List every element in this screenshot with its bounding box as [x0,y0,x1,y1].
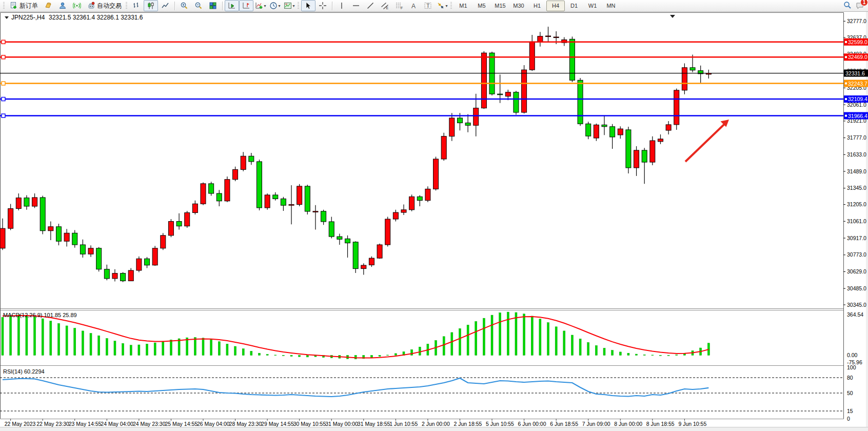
macd-histogram-bar [547,323,549,356]
timeframe-M5[interactable]: M5 [472,1,491,11]
macd-histogram-bar [186,338,188,355]
time-axis-label: 31 May 00:00 [325,421,358,427]
candle-down [281,199,286,205]
price-tag-marker [845,82,847,85]
y-axis-tick-label: 30345.0 [847,302,866,308]
candlestick-chart-button[interactable] [144,0,158,11]
macd-axis-label: 364.54 [847,311,863,318]
candle-down [514,92,519,112]
signals-button[interactable] [70,0,84,11]
text-tool-button[interactable]: A [406,0,421,11]
line-drag-handle[interactable] [2,114,5,117]
timeframe-M1[interactable]: M1 [454,1,472,11]
time-axis-label: 8 Jun 18:55 [646,421,675,427]
toolbar-grip[interactable] [450,2,452,10]
horizontal-line-tool-button[interactable] [349,0,363,11]
zoom-in-button[interactable] [177,0,191,11]
equidistant-channel-tool-button[interactable]: E [378,0,392,11]
timeframe-D1[interactable]: D1 [565,1,583,11]
candle-down [353,242,358,269]
cursor-button[interactable] [301,0,315,11]
macd-histogram-bar [555,327,557,356]
line-drag-handle[interactable] [2,82,5,85]
text-label-tool-button[interactable]: T [421,0,435,11]
arrows-tool-button[interactable]: ▾ [435,0,449,11]
zoom-out-button[interactable] [191,0,206,11]
indicators-button[interactable]: ▾ [253,0,268,11]
price-tag-marker [845,41,847,43]
candle-up [88,248,93,254]
periods-button[interactable]: ▾ [268,0,282,11]
timeframe-M30[interactable]: M30 [509,1,528,11]
macd-histogram-bar [579,339,581,355]
candle-up [168,222,173,236]
price-tag-label: 32599.0 [848,39,867,45]
notifications-button[interactable]: 1 [856,1,865,10]
dropdown-arrow-icon: ▾ [264,4,266,8]
macd-histogram-bar [611,350,614,356]
candlestick-chart-icon [147,2,155,10]
macd-histogram-bar [379,355,381,356]
timeframe-M15[interactable]: M15 [491,1,509,11]
auto-trading-button[interactable]: 自动交易 [84,0,125,11]
timeframe-H4[interactable]: H4 [546,1,565,11]
line-drag-handle[interactable] [2,40,5,44]
time-axis-label: 2 Jun 18:55 [453,421,482,427]
line-drag-handle[interactable] [2,97,5,101]
candle-up [522,70,527,112]
candle-down [80,245,85,254]
community-button[interactable] [55,0,70,11]
candle-up [201,184,206,204]
candle-up [289,205,294,206]
tile-windows-button[interactable] [206,0,220,11]
auto-scroll-button[interactable] [225,0,239,11]
fibonacci-tool-button[interactable]: F [392,0,406,11]
toolbar-grip[interactable] [3,2,5,10]
chart-ohlc-values: 32321.5 32361.4 32286.1 32331.6 [49,14,143,21]
trading-platform-window: 新订单 [0,0,868,431]
history-center-button[interactable] [41,0,55,11]
candle-up [634,150,639,168]
new-order-button[interactable]: 新订单 [7,0,41,11]
price-tag-marker [845,114,847,117]
candle-up [393,212,398,219]
timeframe-W1[interactable]: W1 [583,1,602,11]
macd-histogram-bar [218,342,220,356]
timeframe-H1[interactable]: H1 [528,1,546,11]
cursor-arrow-icon [304,2,312,10]
search-icon[interactable] [843,1,852,9]
macd-histogram-bar [282,355,284,356]
rsi-axis-label: 0 [847,416,850,422]
vertical-line-tool-button[interactable] [334,0,349,11]
crosshair-button[interactable] [315,0,330,11]
candle-up [297,186,302,205]
timeframe-MN[interactable]: MN [602,1,620,11]
toolbar-grip[interactable] [298,2,299,10]
rsi-axis-label: 50 [847,390,853,396]
macd-histogram-bar [82,331,84,355]
y-axis-tick-label: 31777.0 [847,134,866,141]
line-chart-button[interactable] [158,0,172,11]
macd-histogram-bar [250,351,252,355]
bar-chart-icon [132,2,141,10]
candle-up [377,245,382,258]
macd-histogram-bar [499,312,501,355]
chart-shift-button[interactable] [239,0,253,11]
candle-down [96,248,102,269]
candle-up [112,273,117,279]
candle-down [145,259,150,265]
candle-up [433,159,439,189]
macd-histogram-bar [2,317,4,355]
chart-canvas[interactable]: 32777.032637.032493.032349.032205.032061… [0,12,868,427]
toolbar-grip[interactable] [126,2,127,10]
line-drag-handle[interactable] [2,55,5,59]
bar-chart-button[interactable] [129,0,144,11]
zoom-out-icon [194,2,203,10]
y-axis-tick-label: 31489.0 [847,168,866,174]
toolbar: 新订单 [0,0,868,12]
templates-button[interactable]: ▾ [282,0,297,11]
macd-histogram-bar [122,343,124,355]
candle-up [8,209,13,229]
trendline-tool-button[interactable] [363,0,378,11]
macd-histogram-bar [643,355,645,355]
